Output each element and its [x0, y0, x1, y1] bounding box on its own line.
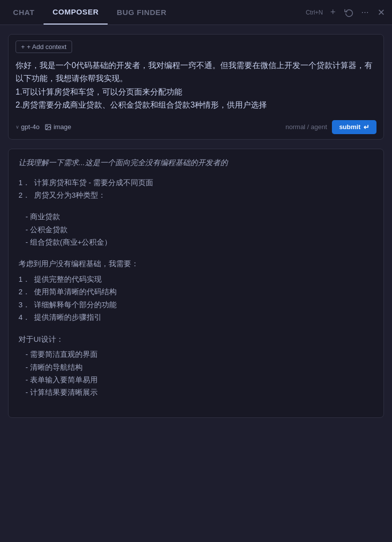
- response-section-3: 考虑到用户没有编程基础，我需要： 1． 提供完整的代码实现 2． 使用简单清晰的…: [19, 258, 373, 324]
- list-item: 清晰的导航结构: [19, 361, 373, 374]
- list-item: 1． 提供完整的代码实现: [19, 273, 373, 286]
- list-item: 计算结果要清晰展示: [19, 386, 373, 399]
- list-item: 2． 使用简单清晰的代码结构: [19, 286, 373, 298]
- history-button[interactable]: [342, 6, 356, 20]
- submit-button[interactable]: submit ↵: [332, 120, 376, 134]
- composer-footer: ∨ gpt-4o image normal / agent submit ↵: [16, 120, 376, 134]
- composer-box: + + Add context 你好，我是一个0代码基础的开发者，我对编程一窍不…: [8, 34, 384, 140]
- response-paragraph: 考虑到用户没有编程基础，我需要：: [19, 258, 373, 270]
- list-item: 商业贷款: [19, 211, 373, 223]
- composer-input-text[interactable]: 你好，我是一个0代码基础的开发者，我对编程一窍不通。但我需要在微信上开发一个贷款…: [16, 59, 376, 112]
- model-name: gpt-4o: [21, 123, 40, 131]
- response-box: 让我理解一下需求...这是一个面向完全没有编程基础的开发者的 1． 计算房贷和车…: [8, 149, 384, 418]
- history-icon: [344, 8, 353, 17]
- list-item: 2． 房贷又分为3种类型：: [19, 189, 373, 202]
- list-item: 4． 提供清晰的步骤指引: [19, 311, 373, 324]
- tab-chat[interactable]: CHAT: [4, 0, 44, 25]
- main-content: + + Add context 你好，我是一个0代码基础的开发者，我对编程一窍不…: [0, 25, 392, 427]
- more-button[interactable]: ···: [358, 6, 372, 20]
- model-selector[interactable]: ∨ gpt-4o: [16, 123, 40, 131]
- tab-bar-actions: Ctrl+N + ··· ✕: [306, 6, 388, 20]
- tab-composer[interactable]: COMPOSER: [44, 0, 108, 25]
- response-paragraph: 对于UI设计：: [19, 333, 373, 346]
- image-button[interactable]: image: [45, 123, 71, 131]
- chevron-down-icon: ∨: [16, 124, 19, 130]
- new-tab-shortcut: Ctrl+N: [306, 9, 323, 16]
- new-tab-button[interactable]: +: [326, 6, 340, 20]
- response-section-1: 1． 计算房贷和车贷 - 需要分成不同页面 2． 房贷又分为3种类型：: [19, 177, 373, 202]
- response-header: 让我理解一下需求...这是一个面向完全没有编程基础的开发者的: [19, 158, 373, 168]
- tab-bar: CHAT COMPOSER BUG FINDER Ctrl+N + ··· ✕: [0, 0, 392, 25]
- mode-text: normal / agent: [285, 123, 327, 131]
- list-item: 需要简洁直观的界面: [19, 348, 373, 361]
- response-section-2: 商业贷款 公积金贷款 组合贷款(商业+公积金）: [19, 211, 373, 249]
- tab-bug-finder[interactable]: BUG FINDER: [108, 0, 175, 25]
- list-item: 公积金贷款: [19, 224, 373, 236]
- svg-point-1: [47, 126, 48, 127]
- list-item: 组合贷款(商业+公积金）: [19, 236, 373, 249]
- list-item: 表单输入要简单易用: [19, 374, 373, 386]
- close-button[interactable]: ✕: [374, 6, 388, 20]
- enter-icon: ↵: [363, 123, 369, 131]
- response-section-4: 对于UI设计： 需要简洁直观的界面 清晰的导航结构 表单输入要简单易用 计算结果…: [19, 333, 373, 399]
- add-context-button[interactable]: + + Add context: [16, 41, 72, 53]
- image-icon: [45, 124, 52, 131]
- list-item: 3． 详细解释每个部分的功能: [19, 299, 373, 311]
- list-item: 1． 计算房贷和车贷 - 需要分成不同页面: [19, 177, 373, 189]
- plus-icon: +: [21, 43, 25, 51]
